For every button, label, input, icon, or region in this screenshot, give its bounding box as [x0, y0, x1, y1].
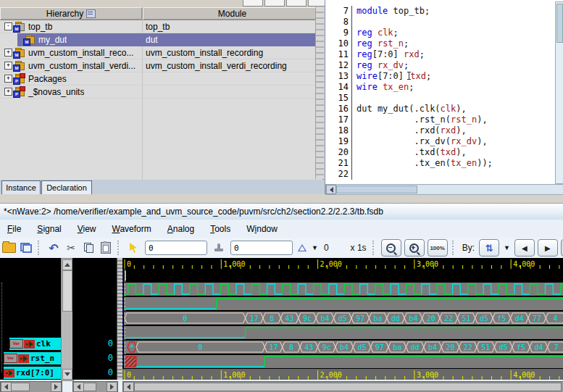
search-backward-button[interactable]: ◀ [514, 239, 535, 257]
menu-window[interactable]: Window [246, 224, 278, 234]
expand-toggle[interactable]: + [4, 88, 12, 96]
signal-name-panel[interactable]: VerclkVerrst_nrxd[7:0]Verrx_dvtxd[7:0]Ve… [0, 258, 61, 380]
nwave-titlebar[interactable]: *<nWave:2> /home/verifier/example_and_uv… [0, 203, 563, 220]
hierarchy-name-cell[interactable]: +P_$novas_units [0, 86, 146, 99]
source-line[interactable]: 16dut my_dut(.clk(clk), [325, 104, 555, 114]
open-file-button[interactable] [0, 240, 17, 256]
menu-waveform[interactable]: Waveform [112, 224, 151, 234]
hierarchy-name-cell[interactable]: -Mtop_tb [0, 20, 146, 33]
search-time-input[interactable] [145, 241, 207, 255]
search-forward-button[interactable]: ▶ [538, 239, 558, 257]
source-line[interactable]: 9reg clk; [325, 28, 555, 38]
source-line[interactable]: 13wire[7:0] txd; [325, 71, 555, 82]
wave-row-clk[interactable] [124, 283, 563, 296]
source-line[interactable]: 8 [325, 17, 555, 28]
source-line[interactable]: 17 .rst_n(rst_n), [325, 114, 555, 125]
module-column-header[interactable]: Module [143, 7, 322, 20]
wave-hscrollbar[interactable] [122, 381, 563, 392]
menu-file[interactable]: File [7, 224, 21, 234]
source-line[interactable]: 19 .rx_dv(rx_dv), [325, 136, 555, 147]
hierarchy-module-cell[interactable]: uvm_custom_install_recording [143, 46, 322, 59]
hierarchy-name-cell[interactable]: +Muvm_custom_install_verdi... [0, 59, 146, 72]
hierarchy-row[interactable]: +PPackages [0, 72, 322, 86]
tab-instance[interactable]: Instance [1, 180, 41, 195]
hierarchy-row[interactable]: +Muvm_custom_install_verdi...uvm_custom_… [0, 59, 322, 72]
scroll-down-button[interactable] [62, 369, 72, 380]
wave-row-txd_7_0_[interactable]: *0178439cb4d597baddb4202251d5f5d47 [124, 341, 563, 354]
hierarchy-column-header[interactable]: Hierarchy [0, 7, 143, 20]
source-code-panel[interactable]: 7module top_tb;89reg clk;10reg rst_n;11r… [325, 0, 563, 194]
hierarchy-row[interactable]: +P_$novas_units [0, 86, 322, 99]
values-hscrollbar[interactable] [72, 381, 118, 392]
source-vscroll-thumb[interactable] [556, 4, 563, 43]
scroll-left-button[interactable] [326, 185, 336, 194]
svg-text:f5: f5 [517, 343, 525, 351]
goto-time-input[interactable] [230, 241, 293, 255]
source-line[interactable]: 7module top_tb; [325, 6, 555, 17]
menu-signal[interactable]: Signal [37, 224, 61, 234]
hierarchy-row[interactable]: +Muvm_custom_install_reco...uvm_custom_i… [0, 46, 322, 59]
hierarchy-module-cell[interactable] [143, 86, 322, 99]
hierarchy-name-cell[interactable]: +Muvm_custom_install_reco... [0, 46, 146, 59]
source-line[interactable]: 22 [325, 169, 555, 180]
menu-analog[interactable]: Analog [167, 224, 194, 234]
delta-marker-icon[interactable] [298, 244, 306, 251]
source-line[interactable]: 12reg rx_dv; [325, 60, 555, 71]
tab-declaration[interactable]: Declaration [41, 180, 92, 195]
delta-dropdown-icon[interactable]: ▼ [312, 244, 318, 251]
hierarchy-module-cell[interactable]: top_tb [143, 20, 322, 33]
source-line[interactable]: 21 .tx_en(tx_en)); [325, 158, 555, 169]
hierarchy-module-cell[interactable] [143, 72, 322, 86]
hierarchy-row[interactable]: -Mtop_tbtop_tb [0, 20, 322, 33]
expand-toggle[interactable]: + [4, 62, 12, 70]
hierarchy-row[interactable]: Mmy_dutdut [0, 33, 322, 46]
cut-button[interactable]: ✂ [62, 240, 80, 256]
partial-button[interactable] [286, 0, 306, 7]
hierarchy-vscrollbar[interactable] [315, 7, 324, 179]
signal-row-clk[interactable]: Verclk [9, 338, 61, 350]
wave-row-rx_dv[interactable] [124, 326, 563, 339]
zoom-full-button[interactable]: 100% [428, 239, 448, 257]
goto-time-button[interactable] [210, 240, 228, 256]
hierarchy-name-cell[interactable]: Mmy_dut [0, 33, 157, 46]
waveform-svg[interactable]: 01,0002,0003,0004,0000178439cb4d597baddb… [122, 258, 563, 380]
source-hscroll-thumb[interactable] [336, 185, 417, 193]
source-line[interactable]: 20 .txd(txd), [325, 147, 555, 158]
scroll-up-button[interactable] [62, 259, 72, 270]
partial-button[interactable] [264, 0, 285, 7]
menu-view[interactable]: View [78, 224, 96, 234]
wave-row-tx_en[interactable] [124, 355, 563, 368]
source-line[interactable]: 15 [325, 93, 555, 104]
signal-row-rxd_7_0_[interactable]: rxd[7:0] [4, 367, 61, 379]
source-line[interactable]: 18 .rxd(rxd), [325, 125, 555, 136]
zoom-in-button[interactable] [404, 239, 425, 257]
search-by-button[interactable]: ⇅ [479, 239, 499, 257]
expand-toggle[interactable]: + [4, 75, 12, 83]
source-hscrollbar[interactable] [325, 184, 563, 195]
signal-row-rst_n[interactable]: Verrst_n [4, 352, 61, 364]
by-dropdown-icon[interactable]: ▼ [504, 244, 510, 251]
zoom-out-button[interactable] [381, 239, 401, 257]
get-signals-button[interactable] [17, 240, 35, 256]
menu-tools[interactable]: Tools [210, 224, 230, 234]
expand-toggle[interactable]: - [4, 22, 12, 30]
partial-button[interactable] [243, 0, 263, 7]
expand-toggle[interactable]: + [4, 49, 12, 57]
vscroll-thumb[interactable] [62, 270, 72, 312]
source-line[interactable]: 14wire tx_en; [325, 82, 555, 93]
paste-button[interactable] [97, 240, 114, 256]
waveform-canvas[interactable]: 01,0002,0003,0004,0000178439cb4d597baddb… [122, 258, 563, 380]
wave-row-rxd_7_0_[interactable]: 0178439cb4d597baddb4202251d5f5d4774 [124, 312, 563, 325]
source-vscrollbar[interactable] [555, 1, 563, 184]
source-line[interactable]: 11reg[7:0] rxd; [325, 49, 555, 60]
hierarchy-name-cell[interactable]: +PPackages [0, 72, 146, 86]
source-line[interactable]: 10reg rst_n; [325, 38, 555, 49]
signal-value-panel[interactable]: 0000XXx [72, 258, 117, 380]
wave-row-rst_n[interactable] [124, 297, 563, 310]
hierarchy-module-cell[interactable]: dut [143, 33, 322, 46]
names-hscrollbar[interactable] [0, 381, 62, 392]
hierarchy-module-cell[interactable]: uvm_custom_install_verdi_recording [143, 59, 322, 72]
select-tool-button[interactable] [125, 240, 142, 256]
copy-button[interactable] [80, 240, 97, 256]
undo-button[interactable]: ↶ [45, 240, 62, 256]
